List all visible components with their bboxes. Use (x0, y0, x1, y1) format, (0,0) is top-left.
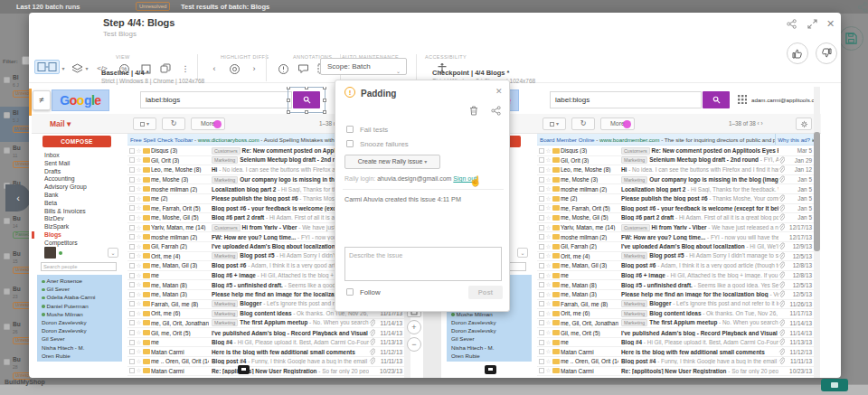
side-by-side-view-button[interactable] (34, 60, 60, 74)
email-row[interactable]: ☆Gil, me, Orit (5)I've published Adam's … (127, 328, 404, 338)
ad-banner[interactable]: Board Member Online - www.boardmember.co… (537, 134, 814, 146)
star-icon[interactable]: ☆ (135, 243, 143, 250)
email-row[interactable]: ☆moshe milman (2)FW: How are you? Long t… (537, 232, 814, 242)
star-icon[interactable]: ☆ (544, 166, 552, 174)
dialog-close-icon[interactable]: ✕ (495, 87, 503, 96)
batch-item-checkbox[interactable] (4, 359, 10, 365)
selection-handle[interactable] (287, 99, 290, 102)
star-icon[interactable]: ☆ (544, 262, 552, 269)
nav-item-beta[interactable]: Beta (44, 200, 57, 206)
zoom-in-button[interactable]: + (407, 320, 421, 334)
star-icon[interactable]: ☆ (135, 300, 143, 307)
compose-button[interactable]: COMPOSE (42, 136, 111, 147)
star-icon[interactable]: ☆ (135, 233, 143, 240)
star-icon[interactable]: ☆ (544, 310, 552, 317)
profile-menu-button[interactable]: ⌄ (108, 248, 118, 258)
email-row[interactable]: ☆me, Moshe (3)MarketingOur company logo … (537, 175, 814, 185)
pane-scrollbar-thumb[interactable] (814, 132, 820, 251)
contact-item[interactable]: Gil Sever (42, 335, 122, 343)
avatar[interactable] (44, 247, 56, 259)
email-row[interactable]: ☆me, Matan, Gil (3)Blog post #6 - Adam, … (537, 261, 814, 271)
contact-item[interactable]: Gil Sever (42, 286, 122, 294)
zoom-out-button[interactable]: − (407, 337, 421, 352)
star-icon[interactable]: ☆ (544, 348, 552, 355)
view-mode-caret-icon[interactable]: ▾ (60, 61, 67, 76)
batch-item-checkbox[interactable] (4, 112, 10, 118)
select-all-button[interactable]: ▾ (133, 118, 156, 130)
profile-menu-button[interactable]: ⌄ (517, 248, 528, 258)
search-button[interactable] (703, 91, 730, 108)
email-row[interactable]: ☆meBlog #6 + image - Hi Gil, Attached is… (537, 271, 814, 281)
star-icon[interactable]: ☆ (135, 185, 143, 193)
star-icon[interactable]: ☆ (544, 147, 552, 155)
email-row[interactable]: ☆me, Moshe, Gil (5)Blog #6 part 2 draft … (537, 213, 814, 223)
select-all-button[interactable]: ▾ (542, 118, 566, 130)
contact-item[interactable]: Doron Zavelevsky (451, 327, 532, 335)
star-icon[interactable]: ☆ (544, 156, 552, 164)
email-row[interactable]: ☆meBlog #4 - Hi Gil, Please upload it. B… (127, 338, 404, 348)
star-icon[interactable]: ☆ (544, 281, 552, 288)
diff-selection-region[interactable] (288, 87, 326, 113)
contact-item[interactable]: Doron Zavelevsky (42, 327, 122, 335)
batch-list-item[interactable]: Bu11Unresolved (0, 142, 30, 177)
share-button[interactable] (785, 17, 798, 31)
contact-item[interactable]: Nisha Hitech - M. (42, 344, 122, 353)
star-icon[interactable]: ☆ (544, 195, 552, 202)
star-icon[interactable]: ☆ (135, 156, 143, 164)
pane-scrollbar[interactable] (814, 87, 820, 378)
batch-item-checkbox[interactable] (4, 77, 10, 83)
star-icon[interactable]: ☆ (135, 204, 143, 212)
mail-menu[interactable]: Mail ▾ (50, 119, 71, 128)
ad-title[interactable]: Board Member Online (540, 136, 595, 143)
chat-icon[interactable] (238, 365, 250, 374)
star-icon[interactable]: ☆ (544, 214, 552, 221)
nav-item-bank[interactable]: Bank (44, 192, 59, 198)
email-row[interactable]: ☆Gil, Farrah (2)I've uploaded Adam's Blo… (537, 242, 814, 252)
email-row[interactable]: ☆Matan CarmiHere is the blog with few ad… (537, 347, 814, 357)
batch-list-item[interactable]: Bu23Unresolved (0, 283, 30, 318)
star-icon[interactable]: ☆ (135, 262, 143, 269)
issue-annotation-icon[interactable] (275, 61, 291, 76)
email-row[interactable]: ☆Farrah, Gil, me (8)MarketingBlogger - L… (537, 300, 814, 310)
select-checkbox[interactable] (550, 122, 554, 127)
scope-select[interactable]: Scope: Batch⌄ (320, 58, 407, 75)
chat-widget-button[interactable] (821, 379, 848, 391)
email-row[interactable]: ☆Matan CarmiHere is the blog with few ad… (127, 347, 404, 357)
email-row[interactable]: ☆Orit, me (4)MarketingBlog post #5 - Hi … (537, 252, 814, 262)
describe-issue-textarea[interactable]: Describe the issue (344, 247, 502, 281)
create-rally-issue-button[interactable]: Create new Rally issue ▾ (344, 155, 440, 169)
star-icon[interactable]: ☆ (135, 176, 143, 183)
email-row[interactable]: ☆Orit, me (6)MarketingBlog content ideas… (537, 309, 814, 319)
star-icon[interactable]: ☆ (544, 367, 552, 374)
nav-item-blogs[interactable]: Blogs (44, 231, 61, 238)
nav-item-inbox[interactable]: Inbox (44, 152, 60, 158)
account-menu[interactable]: adam.carmi@applitools.com ▾ (751, 97, 818, 103)
star-icon[interactable]: ☆ (544, 176, 552, 183)
more-button[interactable]: More (600, 118, 635, 130)
nav-item-competitors[interactable]: Competitors (44, 240, 78, 246)
selection-handle[interactable] (305, 110, 308, 114)
star-icon[interactable]: ☆ (135, 339, 143, 346)
follow-checkbox[interactable] (346, 288, 354, 296)
star-icon[interactable]: ☆ (544, 224, 552, 231)
diff-toggle-button[interactable]: ≠ (33, 90, 51, 110)
search-input[interactable]: label:blogs (550, 91, 702, 108)
star-icon[interactable]: ☆ (544, 329, 552, 336)
star-icon[interactable]: ☆ (544, 272, 552, 279)
refresh-button[interactable]: ↻ (571, 118, 595, 130)
contact-item[interactable]: Oren Rubie (451, 353, 532, 361)
contact-item[interactable]: Aner Rosenoe (42, 277, 122, 286)
share-issue-icon[interactable] (491, 106, 501, 116)
selection-handle[interactable] (287, 110, 290, 114)
contact-item[interactable]: Moshe Milman (451, 311, 532, 319)
nav-item-bizspark[interactable]: BizSpark (44, 223, 69, 230)
email-row[interactable]: ☆Yariv, Matan, me (14)CustomersHi from Y… (537, 223, 814, 233)
star-icon[interactable]: ☆ (135, 329, 143, 336)
star-icon[interactable]: ☆ (544, 291, 552, 298)
email-row[interactable]: ☆moshe milman (2)Localization blog part … (537, 184, 814, 194)
email-row[interactable]: ☆Gil, Orit (3)MarketingSelenium Meetup b… (537, 156, 814, 166)
batch-list-item[interactable]: Bu14Passed (0, 212, 30, 248)
star-icon[interactable]: ☆ (544, 243, 552, 250)
batch-item-checkbox[interactable] (4, 288, 10, 295)
email-row[interactable]: ☆me, Matan (8)Blog #5 - unfinished draft… (537, 280, 814, 290)
